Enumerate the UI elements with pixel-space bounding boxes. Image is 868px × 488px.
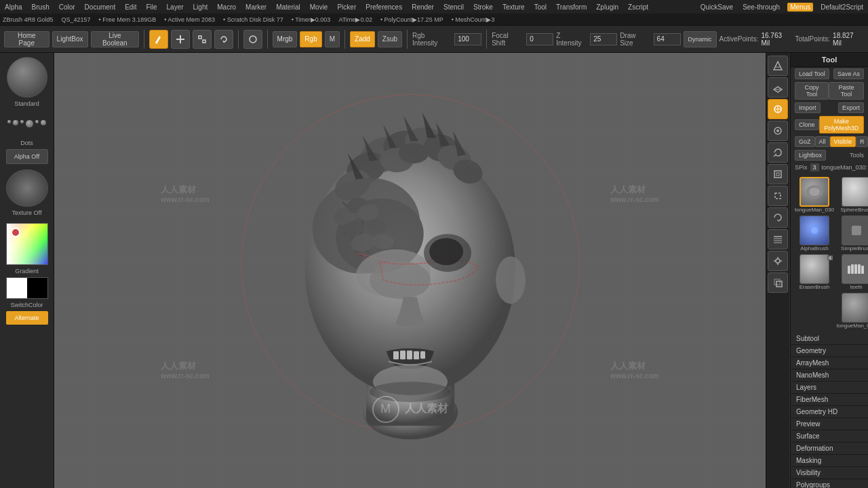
menu-color[interactable]: Color xyxy=(57,3,77,11)
draw-size-value[interactable]: 64 xyxy=(654,33,681,45)
load-tool-btn[interactable]: Load Tool xyxy=(795,68,829,79)
menu-movie[interactable]: Movie xyxy=(308,3,330,11)
menu-marker[interactable]: Marker xyxy=(243,3,269,11)
persp-btn[interactable] xyxy=(768,56,788,76)
copy-tool-btn[interactable]: Copy Tool xyxy=(795,82,829,100)
paste-tool-btn[interactable]: Paste Tool xyxy=(829,82,864,100)
menu-brush[interactable]: Brush xyxy=(30,3,52,11)
circle-tool-btn[interactable] xyxy=(243,30,262,49)
canvas-background[interactable]: 人人素材 www.rr-sc.com 人人素材 www.rr-sc.com 人人… xyxy=(54,53,766,488)
transp-btn[interactable] xyxy=(768,272,788,293)
masking-item[interactable]: Masking xyxy=(791,455,868,467)
menu-light[interactable]: Light xyxy=(191,3,210,11)
menu-edit[interactable]: Edit xyxy=(123,3,138,11)
all-btn[interactable]: All xyxy=(815,136,830,147)
menu-file[interactable]: File xyxy=(144,3,159,11)
menu-transform[interactable]: Transform xyxy=(554,3,589,11)
menu-picker[interactable]: Picker xyxy=(335,3,358,11)
see-through-btn[interactable]: See-through xyxy=(741,3,782,11)
make-polymesh3d-btn[interactable]: Make PolyMesh3D xyxy=(819,116,864,134)
menu-stencil[interactable]: Stencil xyxy=(441,3,466,11)
texture-preview[interactable] xyxy=(6,169,48,207)
local-btn[interactable] xyxy=(768,99,788,119)
r-btn[interactable]: R xyxy=(856,136,868,147)
z-intensity-value[interactable]: 25 xyxy=(590,33,617,45)
visibility-item[interactable]: Visibility xyxy=(791,467,868,479)
menu-material[interactable]: Material xyxy=(274,3,302,11)
fibermesh-item[interactable]: FiberMesh xyxy=(791,394,868,406)
zsub-btn[interactable]: Zsub xyxy=(378,31,402,47)
menus-btn[interactable]: Menus xyxy=(787,3,813,12)
snap-btn[interactable] xyxy=(768,251,788,271)
menu-texture[interactable]: Texture xyxy=(500,3,527,11)
preview-item[interactable]: Preview xyxy=(791,418,868,430)
alpha-brush-item[interactable]: AlphaBrush xyxy=(795,216,834,251)
brush-preview[interactable] xyxy=(7,57,47,98)
spix-value[interactable]: 3 xyxy=(810,163,819,171)
menu-alpha[interactable]: Alpha xyxy=(3,3,24,11)
focal-shift-value[interactable]: 0 xyxy=(526,33,553,45)
lasso3d-btn[interactable] xyxy=(768,142,788,163)
color-picker[interactable] xyxy=(6,223,48,265)
quicksave-btn[interactable]: QuickSave xyxy=(698,3,735,11)
teeth-brush-item[interactable]: teeth xyxy=(837,254,868,290)
home-page-btn[interactable]: Home Page xyxy=(4,31,50,47)
subtool-item[interactable]: Subtool xyxy=(791,333,868,345)
geometry-hd-item[interactable]: Geometry HD xyxy=(791,406,868,418)
menu-render[interactable]: Render xyxy=(410,3,436,11)
save-as-btn[interactable]: Save As xyxy=(833,68,864,79)
move-btn[interactable] xyxy=(171,30,190,49)
layers-item[interactable]: Layers xyxy=(791,382,868,394)
simple-brush-item[interactable]: SimpleBrush xyxy=(837,216,868,251)
goz-btn[interactable]: GoZ xyxy=(795,136,815,147)
rotate-btn[interactable] xyxy=(214,30,233,49)
canvas-area[interactable]: 人人素材 www.rr-sc.com 人人素材 www.rr-sc.com 人人… xyxy=(54,53,766,488)
menu-document[interactable]: Document xyxy=(83,3,118,11)
tongueman-brush-item[interactable]: tongueMan_030 xyxy=(795,177,834,213)
surface-item[interactable]: Surface xyxy=(791,430,868,443)
lightbox-tools-btn[interactable]: Lightbox xyxy=(795,150,826,161)
polygroups-item[interactable]: Polygroups xyxy=(791,479,868,488)
lightbox-btn[interactable]: LightBox xyxy=(52,31,88,47)
alpha-off-btn[interactable]: Alpha Off xyxy=(6,149,48,164)
menu-layer[interactable]: Layer xyxy=(165,3,186,11)
mrgb-btn[interactable]: Mrgb xyxy=(273,31,298,47)
nanomesh-item[interactable]: NanoMesh xyxy=(791,369,868,382)
m-btn[interactable]: M xyxy=(325,31,340,47)
geometry-item[interactable]: Geometry xyxy=(791,345,868,357)
draw-btn[interactable] xyxy=(149,30,168,49)
default2script-btn[interactable]: Default2Script xyxy=(818,3,865,11)
menu-stroke[interactable]: Stroke xyxy=(471,3,495,11)
sphere-brush-item[interactable]: SphereBrush xyxy=(837,177,868,213)
menu-zscript[interactable]: Zscript xyxy=(626,3,650,11)
dots-preview[interactable] xyxy=(7,110,47,137)
alternate-btn[interactable]: Alternate xyxy=(6,311,48,325)
rollate-btn[interactable] xyxy=(768,207,788,228)
linefill-btn[interactable] xyxy=(768,229,788,249)
visible-btn[interactable]: Visible xyxy=(830,136,856,147)
lasso3d2-btn[interactable] xyxy=(768,186,788,206)
live-boolean-btn[interactable]: Live Boolean xyxy=(91,31,140,47)
menu-macro[interactable]: Macro xyxy=(215,3,238,11)
menu-preferences[interactable]: Preferences xyxy=(363,3,404,11)
toolbar-row: Home Page LightBox Live Boolean Mrgb Rgb… xyxy=(0,26,868,53)
import-btn[interactable]: Import xyxy=(795,102,821,113)
clone-btn[interactable]: Clone xyxy=(795,119,819,130)
zadd-btn[interactable]: Zadd xyxy=(350,31,375,47)
scale-btn[interactable] xyxy=(193,30,212,49)
menu-tool[interactable]: Tool xyxy=(532,3,549,11)
arraymesh-item[interactable]: ArrayMesh xyxy=(791,357,868,369)
switch-color-btn[interactable] xyxy=(6,277,48,299)
deformation-item[interactable]: Deformation xyxy=(791,443,868,455)
lightbox-tools-row: Lightbox Tools xyxy=(791,148,868,162)
floor-btn[interactable] xyxy=(768,77,788,98)
menu-zplugin[interactable]: Zplugin xyxy=(594,3,620,11)
dynamic-btn[interactable]: Dynamic xyxy=(684,31,717,47)
frame-btn[interactable] xyxy=(768,164,788,184)
export-btn[interactable]: Export xyxy=(838,102,864,113)
rgb-intensity-value[interactable]: 100 xyxy=(454,33,481,45)
tongue-brush-item2[interactable]: tongueMan_030 5 xyxy=(837,293,868,329)
gizmo-btn[interactable] xyxy=(768,121,788,141)
rgb-btn[interactable]: Rgb xyxy=(300,31,321,47)
eraser-brush-item[interactable]: EraserBrush 4 xyxy=(795,254,834,290)
